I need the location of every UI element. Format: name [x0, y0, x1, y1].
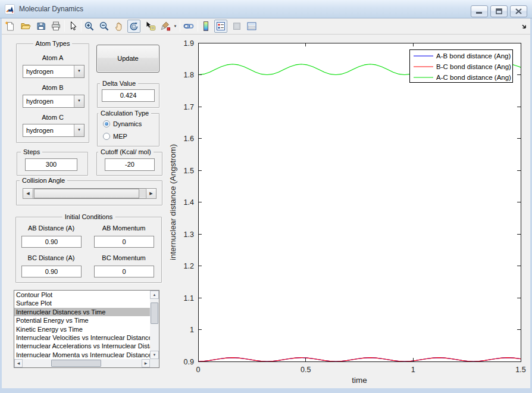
cutoff-field[interactable]: -20 [105, 158, 155, 171]
bc-momentum-field[interactable]: 0 [94, 266, 154, 277]
pan-button[interactable] [112, 20, 126, 33]
calculation-type-title: Calculation Type [98, 109, 151, 117]
atom-c-label: Atom C [16, 114, 89, 121]
collision-angle-title: Collision Angle [20, 176, 67, 185]
edit-plot-button[interactable] [66, 20, 79, 33]
new-figure-icon [5, 21, 15, 32]
slider-right-arrow[interactable]: ▶ [146, 188, 157, 199]
y-tick-label: 1 [190, 326, 194, 334]
horizontal-scroll-thumb[interactable] [51, 360, 101, 367]
dynamics-radio-row[interactable]: Dynamics [103, 120, 157, 128]
data-cursor-button[interactable] [144, 20, 157, 33]
scroll-left-arrow[interactable]: ◀ [14, 359, 23, 367]
list-item[interactable]: Potential Energy vs Time [14, 316, 150, 325]
list-item[interactable]: Internuclear Accelerations vs Internucle… [14, 342, 150, 350]
collision-angle-slider[interactable]: ◀ ▶ [23, 188, 157, 199]
edit-arrow-icon [67, 21, 78, 32]
y-axis-label: internuclear distance (Angstrom) [168, 144, 177, 260]
toolbar-separator [180, 20, 180, 32]
insert-legend-button[interactable] [214, 20, 227, 33]
x-tick-label: 0 [196, 366, 201, 374]
x-axis-label: time [352, 376, 367, 385]
atom-b-dropdown[interactable]: hydrogen ▼ [23, 95, 85, 108]
link-plot-button[interactable] [182, 20, 195, 33]
vertical-scroll-thumb[interactable] [151, 302, 158, 324]
matlab-figure-icon [5, 4, 15, 14]
vertical-scrollbar[interactable]: ▲ ▼ [150, 291, 159, 359]
y-tick-label: 1.5 [184, 167, 194, 175]
restore-button[interactable] [490, 5, 508, 17]
ab-distance-label: AB Distance (A) [18, 224, 84, 232]
chevron-down-icon[interactable]: ▼ [74, 95, 84, 107]
delta-value-title: Delta Value [100, 79, 138, 88]
listbox-rows: Contour PlotSurface PlotInternuclear Dis… [14, 291, 150, 359]
minimize-icon [476, 9, 483, 14]
y-tick-label: 0.9 [184, 358, 194, 366]
save-figure-button[interactable] [35, 20, 48, 33]
atom-c-dropdown[interactable]: hydrogen ▼ [23, 124, 85, 137]
list-item[interactable]: Internuclear Distances vs Time [14, 308, 150, 316]
window-border-left [0, 18, 2, 393]
new-figure-button[interactable] [4, 20, 17, 33]
zoom-in-icon [84, 21, 95, 32]
list-item[interactable]: Kinetic Energy vs Time [14, 325, 150, 333]
rotate-3d-button[interactable] [127, 20, 140, 33]
print-figure-button[interactable] [49, 20, 62, 33]
y-tick-label: 1.9 [184, 39, 194, 48]
toolbar-separator [81, 20, 82, 32]
zoom-in-button[interactable] [83, 20, 96, 33]
dynamics-radio-label: Dynamics [113, 120, 142, 128]
y-tick-label: 1.4 [184, 198, 194, 207]
list-item[interactable]: Contour Plot [14, 291, 150, 299]
brush-icon [160, 21, 171, 32]
list-item[interactable]: Internuclear Momenta vs Internuclear Dis… [14, 351, 150, 359]
atom-a-dropdown[interactable]: hydrogen ▼ [23, 65, 85, 78]
mep-radio-label: MEP [113, 132, 127, 141]
show-plot-tools-button[interactable] [245, 20, 258, 33]
horizontal-scrollbar[interactable]: ◀ ▶ [14, 359, 150, 367]
atom-a-value: hydrogen [26, 66, 54, 77]
zoom-out-button[interactable] [98, 20, 111, 33]
show-plot-tools-icon [246, 21, 257, 32]
scroll-right-arrow[interactable]: ▶ [142, 359, 150, 367]
toolbar-separator [198, 20, 198, 32]
steps-field[interactable]: 300 [25, 158, 77, 171]
scroll-up-arrow[interactable]: ▲ [150, 291, 159, 299]
brush-dropdown-caret[interactable]: ▼ [172, 20, 179, 33]
bc-momentum-label: BC Momentum [91, 254, 157, 261]
insert-colorbar-button[interactable] [199, 20, 212, 33]
calculation-type-panel: Calculation Type [97, 113, 159, 146]
initial-conditions-title: Initial Conditions [62, 213, 115, 221]
scroll-down-arrow[interactable]: ▼ [150, 351, 159, 359]
list-item[interactable]: Surface Plot [14, 299, 150, 307]
zoom-out-icon [99, 21, 109, 32]
chevron-down-icon[interactable]: ▼ [74, 66, 84, 77]
x-tick-label: 1.5 [515, 366, 525, 374]
plot-axes[interactable]: 00.511.50.911.11.21.31.41.51.61.71.81.9t… [167, 36, 532, 390]
y-tick-label: 1.6 [184, 135, 194, 143]
hide-plot-tools-button[interactable] [230, 20, 243, 33]
minimize-button[interactable] [471, 5, 488, 17]
mep-radio-row[interactable]: MEP [103, 132, 157, 141]
atom-c-value: hydrogen [26, 124, 54, 136]
dynamics-radio[interactable] [103, 120, 110, 127]
x-tick-label: 0.5 [301, 366, 311, 374]
bc-distance-field[interactable]: 0.90 [21, 266, 82, 277]
window-border-bottom [0, 388, 532, 393]
mep-radio[interactable] [103, 133, 110, 140]
atom-a-label: Atom A [16, 54, 89, 61]
brush-button[interactable] [159, 20, 172, 33]
open-file-button[interactable] [19, 20, 32, 33]
ab-momentum-field[interactable]: 0 [94, 236, 154, 248]
delta-value-field[interactable]: 0.424 [102, 89, 155, 102]
ab-distance-field[interactable]: 0.90 [21, 236, 82, 248]
legend-entry-label: B-C bond distance (Ang) [436, 63, 511, 70]
slider-thumb[interactable] [34, 189, 139, 198]
plot-type-listbox[interactable]: Contour PlotSurface PlotInternuclear Dis… [14, 290, 159, 368]
update-button[interactable]: Update [96, 45, 159, 73]
chevron-down-icon[interactable]: ▼ [74, 124, 84, 136]
list-item[interactable]: Internuclear Velocities vs Internuclear … [14, 333, 150, 342]
toolbar-overflow-icon[interactable] [521, 21, 528, 32]
slider-left-arrow[interactable]: ◀ [23, 188, 33, 199]
close-button[interactable] [510, 5, 527, 17]
